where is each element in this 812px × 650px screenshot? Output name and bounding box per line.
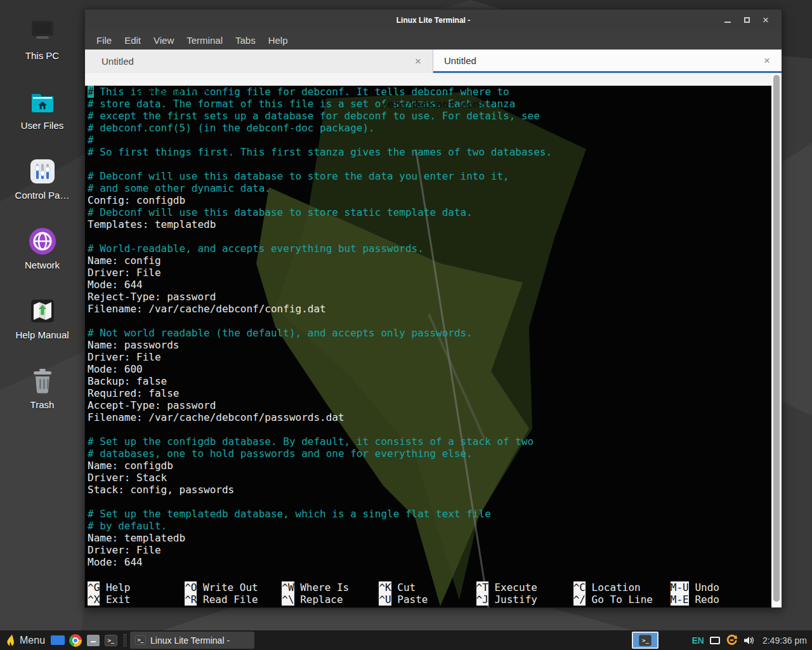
window-controls: × — [718, 13, 782, 28]
nano-line — [88, 158, 782, 170]
terminal-content[interactable]: GNU nano 7.2 /etc/debconf.conf # This is… — [85, 73, 782, 607]
nano-shortcuts: ^G Help^X Exit^O Write Out^R Read File^W… — [88, 581, 768, 606]
menu-file[interactable]: File — [90, 33, 118, 48]
nano-line: Mode: 644 — [88, 556, 782, 568]
chrome-launcher[interactable] — [67, 632, 84, 649]
volume-icon[interactable] — [743, 635, 754, 646]
nano-line — [88, 568, 782, 580]
shortcut-entry: ^O Write Out — [185, 581, 282, 594]
nano-line: Filename: /var/cache/debconf/config.dat — [88, 303, 782, 315]
shortcut-entry: ^W Where Is — [282, 581, 379, 594]
nano-line — [88, 423, 782, 435]
system-tray: EN 2:49:36 pm — [691, 634, 807, 646]
shortcut-key: ^\ — [282, 594, 294, 606]
shortcut-column: ^G Help^X Exit — [88, 581, 185, 606]
window-title: Linux Lite Terminal - — [85, 16, 782, 25]
terminal-icon: >_ — [105, 635, 117, 646]
window-titlebar[interactable]: Linux Lite Terminal - × — [85, 10, 782, 30]
tab-untitled-1[interactable]: Untitled × — [85, 50, 433, 73]
shortcut-key: ^X — [88, 594, 100, 606]
nano-line: Filename: /var/cache/debconf/passwords.d… — [88, 411, 782, 423]
maximize-button[interactable] — [737, 13, 756, 28]
focused-app-indicator[interactable]: >_ — [632, 632, 658, 649]
workspace-launcher[interactable] — [49, 632, 67, 649]
file-manager-launcher[interactable] — [84, 632, 102, 649]
shortcut-entry: ^U Paste — [379, 594, 476, 606]
shortcut-column: ^O Write Out^R Read File — [185, 581, 282, 606]
workspace-icon — [51, 635, 65, 645]
shortcut-entry: ^J Justify — [476, 594, 573, 606]
desktop-icon-label: Network — [25, 260, 60, 270]
scrollbar-thumb[interactable] — [773, 75, 780, 602]
maximize-icon — [744, 17, 750, 23]
nano-file-path: /etc/debconf.conf — [85, 98, 782, 111]
tab-title: Untitled — [433, 55, 476, 66]
menu-edit[interactable]: Edit — [118, 33, 147, 48]
nano-line: Config: configdb — [88, 194, 782, 206]
nano-line — [88, 315, 782, 327]
desktop-icon-network[interactable]: Network — [0, 226, 84, 296]
nano-line — [88, 230, 782, 242]
minimize-button[interactable] — [718, 13, 737, 28]
taskbar: Menu >_ >_ Linux Lite Terminal - >_ EN 2 — [0, 630, 812, 650]
linux-lite-logo-icon — [5, 633, 16, 647]
display-tray-icon[interactable] — [710, 637, 720, 644]
network-globe-icon — [27, 226, 58, 256]
shortcut-key: ^W — [282, 581, 294, 594]
shortcut-key: ^C — [573, 581, 586, 594]
shortcut-key: ^U — [379, 594, 391, 606]
menu-button[interactable]: Menu — [4, 632, 49, 649]
nano-line: # by default. — [88, 520, 782, 532]
desktop-icon-trash[interactable]: Trash — [0, 366, 84, 435]
shortcut-entry: M-E Redo — [671, 594, 768, 606]
desktop-icon-control-panel[interactable]: Control Pa… — [0, 156, 84, 226]
tab-close-icon[interactable]: × — [415, 56, 421, 67]
nano-line: Name: configdb — [88, 460, 782, 472]
nano-line: Templates: templatedb — [88, 218, 782, 230]
keyboard-layout-indicator[interactable]: EN — [691, 635, 704, 646]
shortcut-entry: ^R Read File — [185, 594, 282, 606]
nano-line: # databases, one to hold passwords and o… — [88, 448, 782, 460]
taskbar-window-button[interactable]: >_ Linux Lite Terminal - — [130, 632, 254, 649]
desktop-icon-label: User Files — [21, 120, 64, 131]
nano-line — [88, 496, 782, 508]
shortcut-key: ^J — [476, 594, 488, 606]
desktop-icon-help-manual[interactable]: Help Manual — [0, 296, 84, 366]
terminal-window: Linux Lite Terminal - × File Edit View T… — [84, 9, 782, 608]
tab-bar: Untitled × Untitled × — [85, 50, 782, 73]
menu-help[interactable]: Help — [262, 33, 294, 48]
shortcut-column: ^T Execute^J Justify — [476, 581, 573, 606]
chrome-icon — [69, 634, 82, 647]
scrollbar-track[interactable] — [771, 73, 782, 607]
menu-tabs[interactable]: Tabs — [229, 33, 262, 48]
shortcut-column: ^W Where Is^\ Replace — [282, 581, 379, 606]
nano-line: Name: passwords — [88, 339, 782, 351]
tab-close-icon[interactable]: × — [764, 55, 770, 66]
desktop-icon-user-files[interactable]: User Files — [0, 86, 84, 156]
desktop-icon-this-pc[interactable]: This PC — [0, 17, 84, 86]
clock[interactable]: 2:49:36 pm — [763, 635, 807, 646]
desktop-icon-list: This PC User Files — [0, 17, 84, 435]
nano-version: GNU nano 7.2 — [122, 86, 207, 98]
nano-line: Mode: 644 — [88, 279, 782, 291]
shortcut-column: ^C Location^/ Go To Line — [573, 581, 671, 606]
close-button[interactable]: × — [756, 13, 775, 28]
shortcut-column: M-U UndoM-E Redo — [671, 581, 768, 606]
shortcut-key: ^T — [476, 581, 488, 594]
panel-separator-handle[interactable] — [124, 634, 126, 647]
shortcut-key: M-U — [671, 581, 689, 594]
menu-view[interactable]: View — [147, 33, 180, 48]
tab-title: Untitled — [85, 56, 134, 67]
nano-line: Accept-Type: password — [88, 399, 782, 411]
menu-terminal[interactable]: Terminal — [180, 33, 229, 48]
tab-untitled-2-active[interactable]: Untitled × — [433, 50, 782, 73]
shortcut-entry: ^C Location — [573, 581, 671, 594]
shortcut-entry: ^/ Go To Line — [573, 594, 671, 606]
nano-line: Stack: config, passwords — [88, 484, 782, 496]
terminal-launcher[interactable]: >_ — [102, 632, 120, 649]
update-notifier-icon[interactable] — [726, 634, 738, 646]
nano-line: # except the first sets up a database fo… — [88, 110, 782, 122]
shortcut-entry: ^X Exit — [88, 594, 185, 606]
trash-icon — [27, 366, 58, 396]
shortcut-column: ^K Cut^U Paste — [379, 581, 476, 606]
